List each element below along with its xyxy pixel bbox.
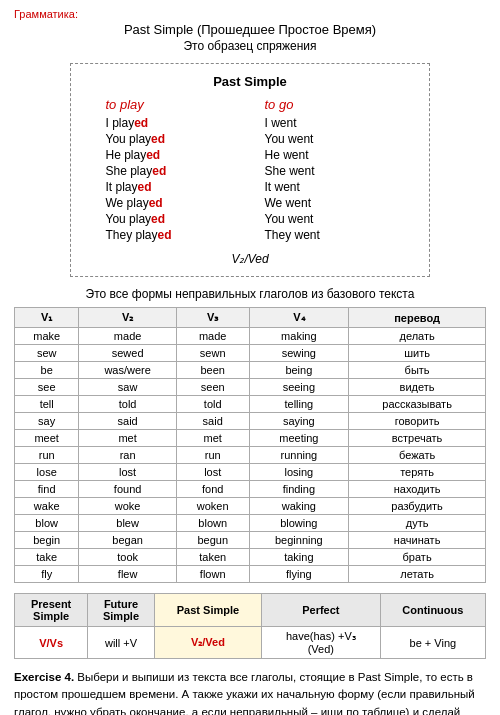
exercise-text: Выбери и выпиши из текста все глаголы, с… [14, 671, 475, 715]
verb-table-data-row: meetmetmetmeetingвстречать [15, 430, 486, 447]
conj-highlight: ed [152, 164, 166, 178]
conj-row: He played [106, 148, 236, 162]
conj-row: I played [106, 116, 236, 130]
verb-table-cell: терять [349, 464, 486, 481]
tense-continuous: Continuous [380, 594, 485, 627]
verb-table-cell: flown [176, 566, 249, 583]
verb-table-cell: meeting [249, 430, 349, 447]
verb-table-cell: said [79, 413, 177, 430]
verb-table-cell: begun [176, 532, 249, 549]
verb-table-data-row: loselostlostlosingтерять [15, 464, 486, 481]
verb-table-cell: met [176, 430, 249, 447]
conj-row: It went [265, 180, 395, 194]
verb-col-v3: V₃ [176, 308, 249, 328]
verb-table-body: makemademademakingделатьsewsewedsewnsewi… [15, 328, 486, 583]
verb-table-cell: встречать [349, 430, 486, 447]
conj-row: He went [265, 148, 395, 162]
conj-row: It played [106, 180, 236, 194]
verb-table-cell: fond [176, 481, 249, 498]
tense-have-v3: have(has) +V₃(Ved) [262, 627, 381, 659]
verb-table-cell: blew [79, 515, 177, 532]
exercise-number: Exercise 4. [14, 671, 74, 683]
verb-table-data-row: runranrunrunningбежать [15, 447, 486, 464]
verb-col-v2: V₂ [79, 308, 177, 328]
verb-table-cell: been [176, 362, 249, 379]
conj-row: You played [106, 132, 236, 146]
tense-table-header-row: PresentSimple FutureSimple Past Simple P… [15, 594, 486, 627]
verb-table-data-row: beginbeganbegunbeginningначинать [15, 532, 486, 549]
conj-row: You went [265, 212, 395, 226]
tense-will-v: will +V [88, 627, 155, 659]
verb-table: V₁ V₂ V₃ V₄ перевод makemademademakingде… [14, 307, 486, 583]
verb-table-cell: run [176, 447, 249, 464]
verb-table-cell: take [15, 549, 79, 566]
verb-col-translate: перевод [349, 308, 486, 328]
verb-table-cell: beginning [249, 532, 349, 549]
conj-row: We played [106, 196, 236, 210]
verb-table-cell: делать [349, 328, 486, 345]
verb-table-cell: видеть [349, 379, 486, 396]
verb-table-cell: found [79, 481, 177, 498]
verb-table-cell: began [79, 532, 177, 549]
verb-table-cell: be [15, 362, 79, 379]
verb-table-cell: taken [176, 549, 249, 566]
verb-table-cell: taking [249, 549, 349, 566]
verb-table-data-row: wakewokewokenwakingразбудить [15, 498, 486, 515]
verb-table-cell: начинать [349, 532, 486, 549]
tense-v2-ved: V₂/Ved [154, 627, 261, 659]
verb-table-header-row: V₁ V₂ V₃ V₄ перевод [15, 308, 486, 328]
verb-table-cell: рассказывать [349, 396, 486, 413]
verb-table-data-row: sewsewedsewnsewingшить [15, 345, 486, 362]
verb-table-cell: tell [15, 396, 79, 413]
verb-table-cell: lost [79, 464, 177, 481]
verb-table-cell: летать [349, 566, 486, 583]
verb-table-cell: шить [349, 345, 486, 362]
conj-row: You went [265, 132, 395, 146]
verb-table-cell: meet [15, 430, 79, 447]
verb-table-cell: lose [15, 464, 79, 481]
v2-ved-label: V₂/Ved [91, 252, 409, 266]
tense-v-vs: V/Vs [15, 627, 88, 659]
conj-row: We went [265, 196, 395, 210]
verb-table-cell: находить [349, 481, 486, 498]
col2-header: to go [265, 97, 395, 112]
verb-table-cell: see [15, 379, 79, 396]
verb-table-cell: saw [79, 379, 177, 396]
verb-table-cell: say [15, 413, 79, 430]
page-wrapper: Грамматика: Past Simple (Прошедшее Прост… [0, 0, 500, 715]
page-title: Past Simple (Прошедшее Простое Время) [14, 22, 486, 37]
verb-table-cell: make [15, 328, 79, 345]
verb-table-data-row: taketooktakentakingбрать [15, 549, 486, 566]
verb-table-cell: losing [249, 464, 349, 481]
tense-perfect: Perfect [262, 594, 381, 627]
verb-table-cell: дуть [349, 515, 486, 532]
verb-table-data-row: seesawseenseeingвидеть [15, 379, 486, 396]
verb-table-cell: fly [15, 566, 79, 583]
verb-table-cell: made [79, 328, 177, 345]
verb-table-cell: быть [349, 362, 486, 379]
verb-table-cell: telling [249, 396, 349, 413]
verb-table-cell: being [249, 362, 349, 379]
verb-table-data-row: flyflewflownflyingлетать [15, 566, 486, 583]
verb-table-cell: lost [176, 464, 249, 481]
conj-row: She went [265, 164, 395, 178]
conj-row: I went [265, 116, 395, 130]
verb-table-cell: разбудить [349, 498, 486, 515]
verb-table-cell: sewing [249, 345, 349, 362]
top-label: Грамматика: [14, 8, 486, 20]
verb-table-cell: made [176, 328, 249, 345]
verb-table-cell: took [79, 549, 177, 566]
verb-table-cell: говорить [349, 413, 486, 430]
verb-table-cell: making [249, 328, 349, 345]
exercise-section: Exercise 4. Выбери и выпиши из текста вс… [14, 669, 486, 715]
tense-future-simple: FutureSimple [88, 594, 155, 627]
verb-table-cell: begin [15, 532, 79, 549]
verb-table-cell: wake [15, 498, 79, 515]
conjugation-col-play: to play I played You played He played Sh… [106, 97, 236, 244]
conj-row: They went [265, 228, 395, 242]
conj-row: She played [106, 164, 236, 178]
conj-highlight: ed [158, 228, 172, 242]
verb-table-cell: бежать [349, 447, 486, 464]
verb-table-cell: met [79, 430, 177, 447]
verb-table-cell: finding [249, 481, 349, 498]
